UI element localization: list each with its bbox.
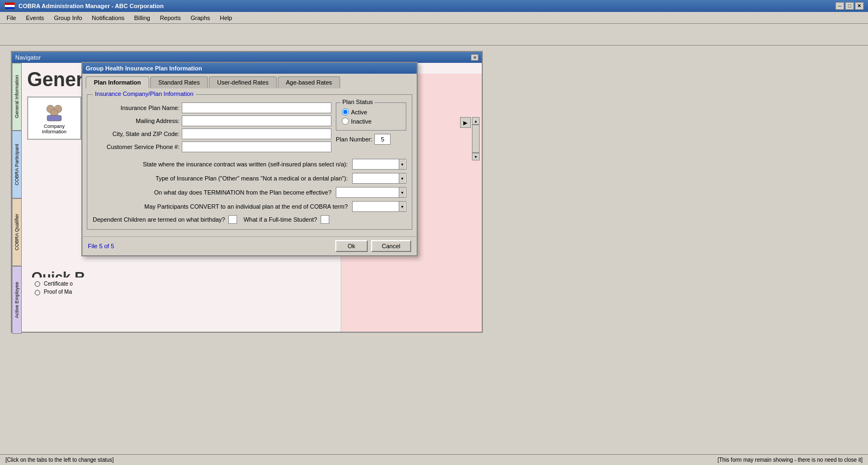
company-info-label: CompanyInformation <box>42 124 66 134</box>
sidebar-tab-cobra-qualifier[interactable]: COBRA Qualifier <box>12 198 22 266</box>
state-label: State where the insurance contract was w… <box>93 161 350 167</box>
minimize-button[interactable]: ─ <box>835 2 844 10</box>
app-title: COBRA Administration Manager - ABC Corpo… <box>18 3 164 9</box>
active-label: Active <box>351 109 367 115</box>
menu-file[interactable]: File <box>2 14 21 22</box>
insurance-type-row: Type of Insurance Plan ("Other" means "N… <box>93 173 406 184</box>
status-bar: [Click on the tabs to the left to change… <box>0 454 868 465</box>
active-employee-section: Certificate o Proof of Ma <box>31 277 259 321</box>
convert-row: May Participants CONVERT to an individua… <box>93 201 406 212</box>
status-right: [This form may remain showing - there is… <box>718 457 863 463</box>
scroll-down-button[interactable]: ▼ <box>472 153 480 160</box>
city-state-zip-label: City, State and ZIP Code: <box>93 131 180 137</box>
fields-and-status: Insurance Plan Name: Mailing Address: Ci… <box>93 102 406 154</box>
active-emp-item-1: Certificate o <box>35 281 256 287</box>
plan-status-legend: Plan Status <box>341 99 374 105</box>
title-bar-left: COBRA Administration Manager - ABC Corpo… <box>4 2 164 10</box>
menu-reports[interactable]: Reports <box>156 14 186 22</box>
customer-service-row: Customer Service Phone #: <box>93 141 331 152</box>
scrollbar[interactable]: ▲ ▼ <box>472 117 480 160</box>
menu-group-info[interactable]: Group Info <box>49 14 86 22</box>
close-button[interactable]: ✕ <box>855 2 864 10</box>
group-box-legend: Insurance Company/Plan Information <box>93 91 196 97</box>
termination-row: On what day does TERMINATION from the Pl… <box>93 187 406 198</box>
fulltime-checkbox[interactable] <box>321 215 329 224</box>
mailing-address-input[interactable] <box>182 115 331 126</box>
toolbar <box>0 24 868 46</box>
customer-service-input[interactable] <box>182 141 331 152</box>
dialog-content: Insurance Company/Plan Information Insur… <box>82 88 417 236</box>
title-bar-controls[interactable]: ─ □ ✕ <box>835 2 864 10</box>
navigator-close-button[interactable]: ✕ <box>471 54 478 61</box>
birthday-label: Dependent Children are termed on what bi… <box>93 216 225 223</box>
mailing-address-row: Mailing Address: <box>93 115 331 126</box>
inactive-radio[interactable] <box>342 118 349 125</box>
state-select[interactable] <box>352 159 406 170</box>
navigator-title-bar: Navigator ✕ <box>12 52 482 63</box>
tab-plan-information[interactable]: Plan Information <box>86 76 149 88</box>
footer-buttons: Ok Cancel <box>335 240 411 252</box>
menu-notifications[interactable]: Notifications <box>87 14 129 22</box>
active-radio[interactable] <box>342 108 349 115</box>
navigator-title: Navigator <box>15 54 41 61</box>
sidebar-tab-active-employee[interactable]: Active Employee <box>12 266 22 334</box>
insurance-type-combo[interactable] <box>352 173 406 184</box>
tab-age-based-rates[interactable]: Age-based Rates <box>278 76 340 88</box>
birthday-row: Dependent Children are termed on what bi… <box>93 215 406 224</box>
maximize-button[interactable]: □ <box>845 2 854 10</box>
company-info-icon <box>43 102 65 124</box>
customer-service-label: Customer Service Phone #: <box>93 144 180 150</box>
insurance-type-select[interactable] <box>352 173 406 184</box>
menu-bar: File Events Group Info Notifications Bil… <box>0 12 868 24</box>
convert-select[interactable] <box>352 201 406 212</box>
cancel-button[interactable]: Cancel <box>371 240 411 252</box>
sidebar-tab-general[interactable]: General Information <box>12 63 22 131</box>
plan-name-label: Insurance Plan Name: <box>93 105 180 111</box>
title-bar: COBRA Administration Manager - ABC Corpo… <box>0 0 868 12</box>
plan-name-input[interactable] <box>182 102 331 113</box>
mailing-address-label: Mailing Address: <box>93 118 180 124</box>
bullet-1 <box>35 281 40 287</box>
insurance-group-box: Insurance Company/Plan Information Insur… <box>87 94 412 230</box>
fields-area: Insurance Plan Name: Mailing Address: Ci… <box>93 102 331 154</box>
convert-combo[interactable] <box>352 201 406 212</box>
city-state-zip-row: City, State and ZIP Code: <box>93 128 331 139</box>
plan-status-box: Plan Status Active Inactive <box>336 102 406 131</box>
menu-graphs[interactable]: Graphs <box>186 14 214 22</box>
status-left: [Click on the tabs to the left to change… <box>5 457 114 463</box>
state-combo[interactable] <box>352 159 406 170</box>
menu-help[interactable]: Help <box>215 14 237 22</box>
insurance-type-label: Type of Insurance Plan ("Other" means "N… <box>93 175 350 182</box>
sidebar-tab-cobra-participant[interactable]: COBRA Participant <box>12 131 22 198</box>
dialog: Group Health Insurance Plan Information … <box>81 62 418 256</box>
svg-rect-3 <box>47 115 61 121</box>
dialog-footer: File 5 of 5 Ok Cancel <box>82 236 417 255</box>
inactive-radio-row: Inactive <box>342 118 400 125</box>
plan-number-value: 5 <box>374 134 391 145</box>
tab-strip: Plan Information Standard Rates User-def… <box>82 74 417 88</box>
tab-user-defined-rates[interactable]: User-defined Rates <box>209 76 277 88</box>
termination-select[interactable] <box>336 187 406 198</box>
panel-nav-button[interactable]: ▶ <box>460 117 471 128</box>
city-state-zip-input[interactable] <box>182 128 331 139</box>
plan-number-row: Plan Number: 5 <box>336 134 406 145</box>
dialog-title: Group Health Insurance Plan Information <box>86 65 202 72</box>
scroll-up-button[interactable]: ▲ <box>472 117 480 125</box>
dialog-title-bar: Group Health Insurance Plan Information <box>82 63 417 74</box>
active-emp-item-2: Proof of Ma <box>35 289 256 295</box>
plan-status-area: Plan Status Active Inactive <box>336 102 406 154</box>
active-radio-row: Active <box>342 108 400 115</box>
inactive-label: Inactive <box>351 118 372 125</box>
termination-combo[interactable] <box>336 187 406 198</box>
state-row: State where the insurance contract was w… <box>93 159 406 170</box>
birthday-checkbox[interactable] <box>228 215 237 224</box>
file-indicator: File 5 of 5 <box>88 243 114 249</box>
convert-label: May Participants CONVERT to an individua… <box>93 203 350 210</box>
bullet-2 <box>35 290 40 295</box>
ok-button[interactable]: Ok <box>335 240 368 252</box>
company-info-card[interactable]: CompanyInformation <box>27 96 81 140</box>
tab-standard-rates[interactable]: Standard Rates <box>150 76 208 88</box>
menu-billing[interactable]: Billing <box>130 14 154 22</box>
plan-number-label: Plan Number: <box>336 136 372 143</box>
menu-events[interactable]: Events <box>22 14 49 22</box>
